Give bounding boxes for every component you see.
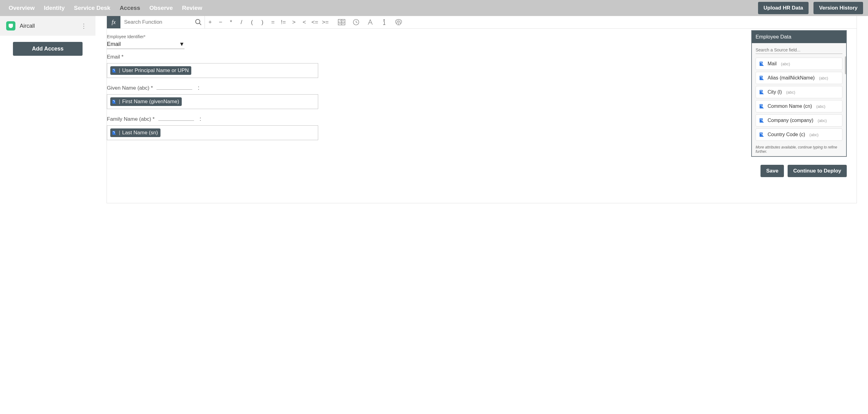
list-item[interactable]: Company (company) (abc) [755,114,842,127]
app-name: Aircall [20,23,35,29]
source-icon [759,90,765,95]
op-div[interactable]: / [236,16,247,28]
clock-tool-icon[interactable] [353,19,360,26]
search-function-input[interactable] [120,16,205,28]
source-icon [759,132,765,137]
save-button[interactable]: Save [761,165,784,177]
family-name-field[interactable]: | Last Name (sn) [107,125,318,140]
list-item[interactable]: Alias (mailNickName) (abc) [755,72,842,84]
chevron-down-icon: ▼ [179,41,185,47]
family-name-token[interactable]: | Last Name (sn) [110,128,160,137]
aircall-logo-icon [6,21,16,31]
employee-data-panel: Employee Data Mail (abc) Alias [751,30,847,157]
op-minus[interactable]: − [215,16,226,28]
source-icon [759,75,765,81]
op-lparen[interactable]: ( [247,16,257,28]
info-tool-icon[interactable] [381,19,387,26]
sidebar: Aircall ⋮ Add Access [0,16,95,203]
svg-point-8 [400,21,400,22]
tab-observe[interactable]: Observe [146,0,177,16]
svg-point-7 [397,21,398,22]
list-item[interactable]: City (l) (abc) [755,86,842,98]
op-rparen[interactable]: ) [257,16,268,28]
source-icon [759,61,765,66]
add-access-button[interactable]: Add Access [13,42,83,56]
op-lte[interactable]: <= [310,16,320,28]
action-row: Save Continue to Deploy [107,159,857,186]
table-tool-icon[interactable] [338,19,345,25]
list-item[interactable]: Mail (abc) [755,58,842,70]
email-token[interactable]: | User Principal Name or UPN [110,66,191,75]
svg-point-9 [397,23,397,23]
employee-identifier-label: Employee Identifier* [107,34,319,39]
fx-icon: fx [107,16,120,28]
op-neq[interactable]: != [278,16,289,28]
family-name-label: Family Name (abc) * [107,116,155,122]
scrollbar[interactable] [845,56,846,74]
topbar-actions: Upload HR Data Version History [758,2,863,14]
formula-bar: fx + − * / ( ) = != [107,16,857,29]
text-tool-icon[interactable] [367,19,374,26]
main: fx + − * / ( ) = != [95,16,868,203]
more-menu-icon[interactable]: ⋮ [78,21,89,31]
svg-point-6 [384,20,385,21]
employee-more-hint: More attributes available, continue typi… [752,145,846,156]
op-gt[interactable]: > [289,16,299,28]
given-name-token[interactable]: | First Name (givenName) [110,97,182,106]
employee-field-list: Mail (abc) Alias (mailNickName) (abc) Ci… [752,56,846,145]
email-field[interactable]: | User Principal Name or UPN [107,63,318,78]
app-card[interactable]: Aircall ⋮ [0,16,95,36]
given-name-colon: : [198,85,199,91]
source-icon [759,104,765,109]
tab-overview[interactable]: Overview [5,0,38,16]
list-item[interactable]: Country Code (c) (abc) [755,128,842,141]
employee-data-title: Employee Data [752,31,846,43]
version-history-button[interactable]: Version History [813,2,863,14]
nav-tabs: Overview Identity Service Desk Access Ob… [5,0,206,16]
employee-search-input[interactable] [755,46,842,54]
top-nav: Overview Identity Service Desk Access Ob… [0,0,868,16]
op-lt[interactable]: < [299,16,310,28]
continue-deploy-button[interactable]: Continue to Deploy [787,165,847,177]
source-icon [759,118,765,123]
list-item[interactable]: Common Name (cn) (abc) [755,100,842,113]
operator-row: + − * / ( ) = != > < <= >= [205,16,331,28]
op-plus[interactable]: + [205,16,215,28]
employee-identifier-value: Email [107,41,121,47]
given-name-underline [156,85,192,90]
given-name-field[interactable]: | First Name (givenName) [107,94,318,109]
family-name-underline [158,117,194,121]
tab-review[interactable]: Review [178,0,206,16]
op-mult[interactable]: * [226,16,236,28]
tab-access[interactable]: Access [116,0,144,16]
tab-identity[interactable]: Identity [40,0,69,16]
op-gte[interactable]: >= [320,16,331,28]
upload-hr-button[interactable]: Upload HR Data [758,2,809,14]
family-name-colon: : [199,116,201,122]
tab-service-desk[interactable]: Service Desk [70,0,114,16]
given-name-label: Given Name (abc) * [107,85,153,91]
svg-point-10 [400,23,400,23]
op-eq[interactable]: = [268,16,278,28]
email-label: Email * [107,54,319,60]
employee-identifier-select[interactable]: Email ▼ [107,40,185,49]
svg-point-3 [195,20,200,24]
search-icon[interactable] [195,19,202,26]
brain-tool-icon[interactable] [395,19,403,26]
